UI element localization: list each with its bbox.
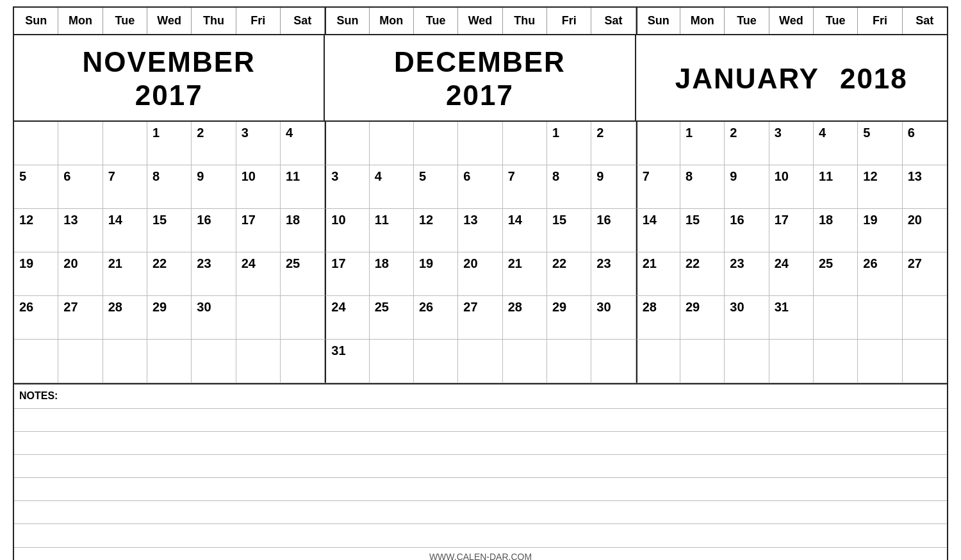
day-header-jan-wed: Wed — [769, 8, 814, 34]
cal-cell: 27 — [458, 296, 502, 340]
cal-cell: 15 — [547, 209, 591, 252]
day-header-nov-fri: Fri — [236, 8, 281, 34]
cal-cell: 6 — [458, 165, 502, 209]
day-header-nov-wed: Wed — [147, 8, 192, 34]
cal-cell: 27 — [58, 296, 103, 340]
day-header-nov-sun: Sun — [14, 8, 58, 34]
cal-cell: 16 — [725, 209, 769, 252]
cal-cell — [281, 296, 325, 340]
day-header-jan-sat: Sat — [903, 8, 947, 34]
cal-cell: 20 — [903, 209, 947, 252]
cal-cell: 9 — [192, 165, 236, 209]
cal-cell: 13 — [58, 209, 103, 252]
cal-cell: 11 — [370, 209, 414, 252]
cal-cell: 24 — [325, 296, 369, 340]
november-year: 2017 — [21, 80, 317, 111]
cal-cell — [414, 122, 458, 165]
cal-cell: 21 — [103, 252, 147, 296]
cal-cell: 4 — [814, 122, 858, 165]
cal-cell: 5 — [858, 122, 902, 165]
cal-cell — [236, 296, 281, 340]
day-header-jan-sun: Sun — [636, 8, 680, 34]
cal-cell — [103, 122, 147, 165]
cal-cell: 7 — [636, 165, 680, 209]
cal-cell — [325, 122, 369, 165]
cal-cell: 3 — [325, 165, 369, 209]
january-year: 2018 — [840, 63, 908, 94]
cal-cell: 27 — [903, 252, 947, 296]
months-row: NOVEMBER 2017 DECEMBER 2017 JANUARY 2018 — [14, 35, 947, 122]
cal-cell — [236, 340, 281, 383]
cal-cell: 9 — [725, 165, 769, 209]
cal-cell: 14 — [503, 209, 547, 252]
november-name: NOVEMBER — [21, 47, 317, 78]
cal-cell — [903, 340, 947, 383]
cal-cell: 2 — [192, 122, 236, 165]
cal-cell: 17 — [769, 209, 814, 252]
cal-cell: 23 — [591, 252, 636, 296]
cal-cell: 7 — [503, 165, 547, 209]
cal-cell: 25 — [814, 252, 858, 296]
cal-cell: 10 — [236, 165, 281, 209]
cal-cell — [636, 122, 680, 165]
cal-cell: 19 — [14, 252, 58, 296]
cal-cell: 14 — [103, 209, 147, 252]
cal-cell: 30 — [192, 296, 236, 340]
notes-label: NOTES: — [14, 384, 947, 409]
notes-line-3 — [14, 455, 947, 478]
cal-cell: 31 — [325, 340, 369, 383]
day-header-dec-sun: Sun — [325, 8, 369, 34]
cal-cell: 16 — [192, 209, 236, 252]
day-headers-row: Sun Mon Tue Wed Thu Fri Sat Sun Mon Tue … — [14, 8, 947, 35]
cal-cell — [370, 122, 414, 165]
cal-cell: 22 — [147, 252, 192, 296]
cal-cell — [14, 122, 58, 165]
footer: WWW.CALEN-DAR.COM — [14, 547, 947, 560]
cal-cell: 20 — [458, 252, 502, 296]
cal-cell: 3 — [769, 122, 814, 165]
cal-cell: 28 — [103, 296, 147, 340]
cal-cell — [680, 340, 725, 383]
cal-cell: 31 — [769, 296, 814, 340]
cal-cell — [903, 296, 947, 340]
cal-cell: 22 — [547, 252, 591, 296]
cal-cell — [814, 296, 858, 340]
december-year: 2017 — [331, 80, 628, 111]
cal-cell: 6 — [903, 122, 947, 165]
cal-cell — [769, 340, 814, 383]
cal-cell: 21 — [636, 252, 680, 296]
november-title-block: NOVEMBER 2017 — [14, 35, 325, 122]
cal-cell — [858, 296, 902, 340]
cal-cell — [547, 340, 591, 383]
cal-cell: 10 — [769, 165, 814, 209]
cal-cell: 24 — [236, 252, 281, 296]
cal-cell: 12 — [14, 209, 58, 252]
cal-cell: 24 — [769, 252, 814, 296]
cal-cell: 26 — [858, 252, 902, 296]
cal-cell — [636, 340, 680, 383]
day-header-nov-tue: Tue — [103, 8, 147, 34]
cal-cell: 13 — [903, 165, 947, 209]
cal-cell — [458, 340, 502, 383]
cal-cell: 25 — [281, 252, 325, 296]
day-header-dec-tue: Tue — [414, 8, 458, 34]
cal-cell — [58, 340, 103, 383]
cal-cell: 26 — [414, 296, 458, 340]
day-header-dec-sat: Sat — [591, 8, 636, 34]
cal-cell: 1 — [547, 122, 591, 165]
cal-cell: 17 — [236, 209, 281, 252]
calendar-grid: 1234121234565678910113456789789101112131… — [14, 122, 947, 383]
notes-line-5 — [14, 501, 947, 524]
cal-cell — [281, 340, 325, 383]
day-header-dec-fri: Fri — [547, 8, 591, 34]
cal-cell — [192, 340, 236, 383]
cal-cell: 28 — [503, 296, 547, 340]
december-title-block: DECEMBER 2017 — [325, 35, 636, 122]
cal-cell: 1 — [680, 122, 725, 165]
notes-section: NOTES: — [14, 383, 947, 547]
cal-cell — [147, 340, 192, 383]
january-name: JANUARY — [675, 63, 819, 94]
day-header-jan-mon: Mon — [680, 8, 725, 34]
cal-cell: 29 — [680, 296, 725, 340]
cal-cell: 15 — [680, 209, 725, 252]
